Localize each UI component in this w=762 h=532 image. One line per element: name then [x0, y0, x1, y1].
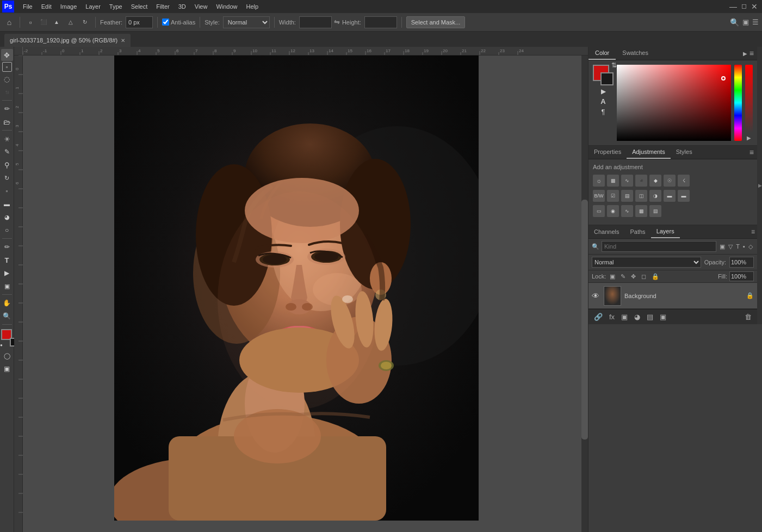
new-adj-layer-icon[interactable]: ◕ — [632, 312, 642, 322]
select-option-4[interactable]: ↻ — [79, 16, 91, 28]
workspace-icon[interactable]: ▣ — [742, 18, 749, 26]
marquee-tool[interactable]: ▫ — [2, 62, 12, 72]
bw-adj-icon[interactable]: B/W — [593, 190, 605, 202]
clone-stamp-tool[interactable]: ⚲ — [1, 159, 13, 171]
filter-pixel-icon[interactable]: ▣ — [718, 242, 726, 251]
layer-blend-mode-select[interactable]: Normal Dissolve Multiply Screen — [592, 257, 701, 268]
menu-type[interactable]: Type — [105, 2, 127, 11]
selective-color-adj-icon[interactable]: ◉ — [607, 205, 619, 217]
tab-channels[interactable]: Channels — [588, 226, 624, 238]
feather-input[interactable] — [126, 16, 153, 28]
close-icon[interactable]: ✕ — [751, 2, 758, 11]
fill-input[interactable] — [729, 271, 754, 281]
reset-colors-icon[interactable]: ● — [0, 343, 3, 348]
tab-close-button[interactable]: ✕ — [121, 38, 125, 44]
gradient-map-adj-icon[interactable]: ▭ — [593, 205, 605, 217]
menu-layer[interactable]: Layer — [81, 2, 105, 11]
layers-panel-menu[interactable]: ≡ — [749, 226, 757, 238]
rect-select-icon[interactable]: ▫ — [24, 16, 36, 28]
hsl-adj-icon[interactable]: ☉ — [664, 175, 676, 187]
move-tool[interactable]: ✥ — [1, 49, 13, 61]
document-canvas[interactable] — [114, 55, 479, 521]
exposure-adj-icon[interactable]: ◾ — [635, 175, 647, 187]
tab-styles[interactable]: Styles — [671, 146, 698, 159]
tab-swatches[interactable]: Swatches — [616, 47, 655, 60]
hand-tool[interactable]: ✋ — [1, 297, 13, 309]
filter-adjust-icon[interactable]: ▽ — [727, 242, 734, 251]
swap-fg-bg-icon[interactable]: ⇅ — [611, 61, 617, 69]
invert-adj-icon[interactable]: ◑ — [649, 190, 661, 202]
menu-3d[interactable]: 3D — [174, 2, 190, 11]
layer-visibility-eye[interactable]: 👁 — [592, 292, 600, 300]
menu-window[interactable]: Window — [212, 2, 241, 11]
minimize-icon[interactable]: — — [729, 2, 737, 11]
colorbalance-adj-icon[interactable]: ☇ — [678, 175, 690, 187]
menu-select[interactable]: Select — [127, 2, 152, 11]
curves2-adj-icon[interactable]: ∿ — [621, 205, 633, 217]
shape-tool[interactable]: ▣ — [1, 280, 13, 292]
filter-type-icon[interactable]: T — [735, 242, 741, 251]
panel-toggle-icon[interactable]: ☰ — [752, 18, 759, 26]
new-layer-icon[interactable]: ▣ — [658, 312, 668, 322]
blur-tool[interactable]: ◕ — [1, 211, 13, 223]
tab-properties[interactable]: Properties — [588, 146, 627, 159]
lock-all-icon[interactable]: 🔒 — [650, 273, 661, 281]
menu-edit[interactable]: Edit — [37, 2, 56, 11]
levels-adj-icon[interactable]: ▩ — [607, 175, 619, 187]
playback-icon[interactable]: ▶ — [601, 88, 606, 95]
filter-shape-icon[interactable]: ▪ — [742, 242, 746, 251]
width-input[interactable] — [299, 16, 332, 28]
filter-smart-icon[interactable]: ◇ — [747, 242, 754, 251]
antialias-checkbox-label[interactable]: Anti-alias — [162, 18, 195, 26]
adj-panel-menu[interactable]: ≡ — [749, 148, 754, 157]
select-option-2[interactable]: ▲ — [51, 16, 63, 28]
tab-layers[interactable]: Layers — [651, 225, 680, 238]
layers-search-input[interactable] — [602, 241, 716, 252]
background-swatch[interactable] — [600, 72, 614, 85]
link-layers-icon[interactable]: 🔗 — [592, 312, 605, 322]
eraser-tool[interactable]: ▫ — [1, 185, 13, 197]
select-option-3[interactable]: △ — [65, 16, 77, 28]
panel-collapse-handle[interactable]: ▶ — [757, 47, 762, 324]
shadows-adj-icon[interactable]: ▤ — [649, 205, 661, 217]
menu-filter[interactable]: Filter — [152, 2, 174, 11]
add-mask-icon[interactable]: ▣ — [619, 312, 630, 322]
threshold-adj-icon[interactable]: ▬ — [678, 190, 690, 202]
menu-image[interactable]: Image — [56, 2, 82, 11]
menu-view[interactable]: View — [190, 2, 212, 11]
scrollbar-vertical[interactable] — [581, 55, 588, 532]
pen-tool[interactable]: ✏ — [1, 241, 13, 253]
lock-transparent-icon[interactable]: ▣ — [608, 273, 617, 281]
eyedropper-tool[interactable]: 🗁 — [1, 116, 13, 128]
color-lookup-adj-icon[interactable]: ◫ — [635, 190, 647, 202]
dodge-tool[interactable]: ○ — [1, 224, 13, 236]
opacity-input[interactable] — [729, 257, 754, 268]
home-icon[interactable]: ⌂ — [3, 16, 15, 28]
swap-icon[interactable]: ⇋ — [334, 18, 340, 26]
add-style-icon[interactable]: fx — [607, 312, 617, 322]
maximize-icon[interactable]: ◻ — [741, 2, 747, 11]
document-tab[interactable]: girl-3033718_1920.jpg @ 50% (RGB/8#) ✕ — [4, 34, 131, 47]
levels2-adj-icon[interactable]: ▩ — [635, 205, 647, 217]
brush-tool[interactable]: ✎ — [1, 146, 13, 158]
scrollbar-thumb-vertical[interactable] — [581, 200, 588, 440]
history-brush-tool[interactable]: ↻ — [1, 172, 13, 184]
curves-adj-icon[interactable]: ∿ — [621, 175, 633, 187]
height-input[interactable] — [364, 16, 397, 28]
lock-image-icon[interactable]: ✎ — [619, 273, 627, 281]
path-selection-tool[interactable]: ▶ — [1, 267, 13, 279]
tab-color[interactable]: Color — [588, 47, 616, 60]
color-spectrum[interactable] — [617, 65, 731, 141]
alpha-bar[interactable] — [745, 65, 753, 133]
select-option-1[interactable]: ⬛ — [39, 16, 48, 28]
zoom-tool[interactable]: 🔍 — [1, 310, 13, 322]
healing-brush-tool[interactable]: ⚹ — [1, 133, 13, 145]
posterize-adj-icon[interactable]: ▬ — [664, 190, 676, 202]
photo-filter-adj-icon[interactable]: ☑ — [607, 190, 619, 202]
style-select[interactable]: Normal Fixed Ratio Fixed Size — [223, 16, 270, 28]
antialias-checkbox[interactable] — [162, 18, 169, 26]
new-group-icon[interactable]: ▤ — [645, 312, 655, 322]
delete-layer-icon[interactable]: 🗑 — [742, 312, 754, 322]
search-toolbar-icon[interactable]: 🔍 — [730, 18, 739, 27]
type-tool[interactable]: T — [1, 254, 13, 266]
